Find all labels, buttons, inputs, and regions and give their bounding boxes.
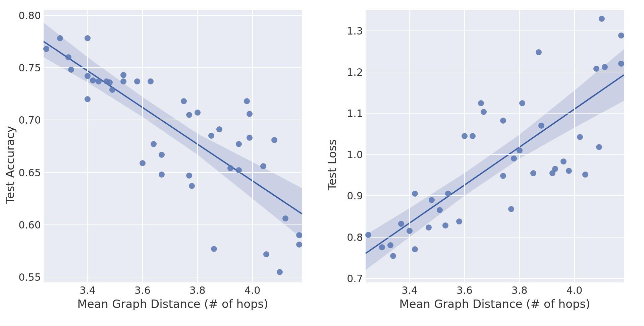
data-point <box>181 98 187 104</box>
x-tick-label: 3.8 <box>512 284 528 296</box>
data-point <box>390 253 396 259</box>
y-tick-label: 0.70 <box>18 114 41 126</box>
data-point <box>140 160 146 166</box>
data-point <box>517 147 523 153</box>
regression-overlay-left <box>44 10 302 282</box>
data-point <box>148 78 154 84</box>
data-point <box>120 78 126 84</box>
x-tick-label: 4.0 <box>567 284 583 296</box>
data-point <box>456 218 462 224</box>
left-panel: Test Accuracy 0.550.600.650.700.750.80 3… <box>7 10 315 319</box>
y-tick-label: 0.8 <box>347 231 363 243</box>
regression-overlay-right <box>366 10 624 282</box>
data-point <box>429 197 435 203</box>
data-point <box>407 228 413 234</box>
data-point <box>65 54 71 60</box>
y-tick-label: 1.0 <box>347 149 363 160</box>
data-point <box>43 46 49 52</box>
x-tick-label: 3.4 <box>401 284 418 296</box>
data-point <box>263 251 269 257</box>
data-point <box>442 222 448 229</box>
data-point <box>618 61 624 67</box>
data-point <box>602 64 608 70</box>
data-point <box>151 141 157 147</box>
y-tick-label: 0.80 <box>18 9 41 21</box>
y-tick-label: 1.2 <box>347 66 363 78</box>
data-point <box>271 137 277 143</box>
data-point <box>236 141 242 147</box>
y-tick-label: 1.1 <box>347 107 363 119</box>
data-point <box>120 72 126 78</box>
data-point <box>593 66 599 72</box>
data-point <box>159 152 165 158</box>
x-axis-label-left: Mean Graph Distance (# of hops) <box>44 297 302 311</box>
y-tick-label: 1.3 <box>347 25 363 37</box>
data-point <box>508 206 514 212</box>
confidence-band <box>44 23 302 239</box>
plot-row-right: 0.70.80.91.01.11.21.3 <box>329 10 637 282</box>
y-tick-label: 0.60 <box>18 219 41 231</box>
data-point <box>90 77 96 83</box>
plot-row-left: 0.550.600.650.700.750.80 <box>7 10 315 282</box>
data-point <box>208 133 214 139</box>
data-point <box>107 79 113 85</box>
data-point <box>536 49 542 55</box>
data-point <box>211 246 217 252</box>
data-point <box>186 112 192 118</box>
data-point <box>462 133 468 139</box>
right-panel: Test Loss 0.70.80.91.01.11.21.3 3.43.63.… <box>329 10 637 319</box>
data-point <box>109 87 115 93</box>
data-point <box>500 173 506 179</box>
y-ticks-left: 0.550.600.650.700.750.80 <box>7 10 44 282</box>
plot-area-right <box>366 10 624 282</box>
y-tick-label: 0.55 <box>18 271 41 283</box>
plot-area-left <box>44 10 302 282</box>
data-point <box>85 73 91 79</box>
y-tick-label: 0.9 <box>347 190 363 202</box>
x-ticks-left: 3.43.63.84.0 <box>44 282 302 297</box>
regression-line <box>366 75 624 254</box>
y-tick-label: 0.7 <box>347 272 363 284</box>
x-tick-label: 3.6 <box>135 284 151 296</box>
data-point <box>96 78 102 84</box>
data-point <box>560 158 567 165</box>
data-point <box>85 96 91 102</box>
y-tick-label: 0.75 <box>18 62 41 73</box>
x-tick-label: 3.8 <box>190 284 206 296</box>
x-ticks-right: 3.43.63.84.0 <box>366 282 624 297</box>
x-axis-right: 3.43.63.84.0 Mean Graph Distance (# of h… <box>329 282 637 319</box>
x-tick-label: 3.4 <box>79 284 96 296</box>
data-point <box>530 170 536 176</box>
data-point <box>387 242 393 248</box>
x-axis-left: 3.43.63.84.0 Mean Graph Distance (# of h… <box>7 282 315 319</box>
data-point <box>445 191 451 197</box>
data-point <box>134 78 140 84</box>
data-point <box>296 232 302 238</box>
y-ticks-right: 0.70.80.91.01.11.21.3 <box>329 10 366 282</box>
data-point <box>282 215 288 221</box>
figure: Test Accuracy 0.550.600.650.700.750.80 3… <box>0 0 644 326</box>
x-tick-label: 3.6 <box>457 284 473 296</box>
data-point <box>236 167 242 173</box>
y-tick-label: 0.65 <box>18 167 41 178</box>
x-axis-label-right: Mean Graph Distance (# of hops) <box>366 297 624 311</box>
data-point <box>247 111 253 117</box>
data-point <box>500 118 506 124</box>
x-tick-label: 4.0 <box>245 284 261 296</box>
